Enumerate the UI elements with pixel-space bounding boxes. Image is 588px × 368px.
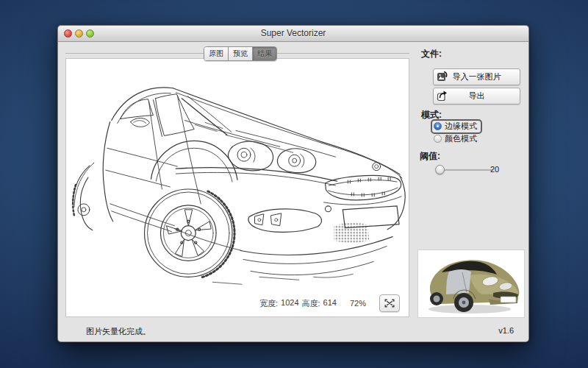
tab-preview[interactable]: 预览 xyxy=(229,47,253,60)
import-image-button[interactable]: 导入一张图片 xyxy=(433,68,520,85)
view-tabs: 原图 预览 结果 xyxy=(204,46,277,61)
fit-to-window-button[interactable] xyxy=(379,294,400,312)
tab-result[interactable]: 结果 xyxy=(253,47,276,60)
height-value: 614 xyxy=(323,298,337,309)
threshold-slider[interactable] xyxy=(435,165,492,175)
height-label: 高度: xyxy=(302,298,320,309)
close-button[interactable] xyxy=(64,29,72,38)
window-title: Super Vectorizer xyxy=(58,26,528,41)
app-version: v1.6 xyxy=(498,326,514,335)
radio-selected-icon xyxy=(434,122,442,130)
vectorized-car-artwork xyxy=(66,59,409,316)
image-import-icon xyxy=(437,71,448,82)
desktop: Super Vectorizer 原图 预览 结果 xyxy=(0,0,588,368)
file-section-label: 文件: xyxy=(421,48,442,60)
radio-color-mode[interactable]: 颜色模式 xyxy=(434,133,477,144)
radio-unselected-icon xyxy=(434,135,442,143)
share-arrow-icon xyxy=(437,90,448,102)
width-value: 1024 xyxy=(281,298,298,309)
zoom-button[interactable] xyxy=(86,29,94,38)
export-button-label: 导出 xyxy=(469,91,485,102)
radio-edge-mode[interactable]: 边缘模式 xyxy=(431,119,482,134)
export-button[interactable]: 导出 xyxy=(433,88,520,105)
slider-knob[interactable] xyxy=(435,165,445,174)
canvas-info-bar: 宽度: 1024 高度: 614 72% xyxy=(259,294,400,312)
threshold-section-label: 阈值: xyxy=(420,150,440,163)
image-dimensions: 宽度: 1024 高度: 614 xyxy=(259,298,337,309)
threshold-value: 20 xyxy=(490,165,499,174)
slider-track[interactable] xyxy=(438,169,492,171)
edge-mode-label: 边缘模式 xyxy=(445,121,477,132)
zoom-percent: 72% xyxy=(350,299,366,308)
status-message: 图片矢量化完成。 xyxy=(86,326,151,337)
app-window: Super Vectorizer 原图 预览 结果 xyxy=(57,25,529,342)
minimize-button[interactable] xyxy=(75,29,83,38)
original-image-thumbnail xyxy=(417,250,525,318)
color-mode-label: 颜色模式 xyxy=(445,133,477,144)
tab-original[interactable]: 原图 xyxy=(204,47,229,60)
import-button-label: 导入一张图片 xyxy=(453,71,501,82)
title-bar[interactable]: Super Vectorizer xyxy=(58,26,528,42)
fit-to-window-icon xyxy=(384,299,395,308)
original-car-photo xyxy=(418,250,524,317)
traffic-lights xyxy=(64,29,94,38)
width-label: 宽度: xyxy=(259,298,278,309)
result-canvas[interactable]: 宽度: 1024 高度: 614 72% xyxy=(65,58,409,317)
status-bar: 图片矢量化完成。 v1.6 xyxy=(58,324,528,342)
